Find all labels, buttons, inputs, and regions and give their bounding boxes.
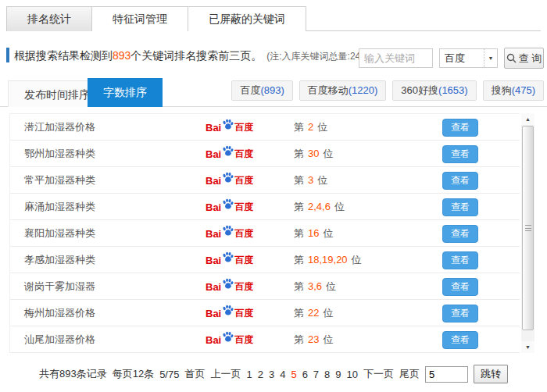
keyword-cell: 潜江加湿器价格 <box>24 114 95 141</box>
keyword-search-input[interactable] <box>359 48 433 68</box>
view-button[interactable]: 查看 <box>442 119 478 137</box>
keyword-count: 893 <box>113 49 130 62</box>
tab-blocked-keywords[interactable]: 已屏蔽的关键词 <box>188 7 306 31</box>
rank-prefix: 第 <box>294 307 304 319</box>
baidu-logo: Bai 百度 <box>206 147 253 161</box>
engine-select-value: 百度 <box>440 52 484 66</box>
summary-suffix: 个关键词排名搜索前三页。 <box>130 49 262 62</box>
rank-suffix: 位 <box>317 174 327 186</box>
baidu-logo-bai: Bai <box>206 308 221 319</box>
rank-value: 2,4,6 <box>308 201 331 212</box>
scrollbar-thumb[interactable] <box>522 126 534 330</box>
view-button[interactable]: 查看 <box>442 225 478 243</box>
scroll-down-icon[interactable]: ▼ <box>521 341 534 353</box>
baidu-logo-cn: 百度 <box>234 307 253 320</box>
page-link[interactable]: 6 <box>302 369 308 380</box>
baidu-logo: Bai 百度 <box>206 173 253 187</box>
rank-value: 2 <box>308 121 313 133</box>
baidu-paw-icon <box>222 198 234 213</box>
rank-suffix: 位 <box>326 280 336 292</box>
jump-button[interactable]: 跳转 <box>474 365 508 383</box>
table-row: 鄂州加湿器种类 Bai 百度 第30位 查看 <box>10 141 520 167</box>
first-page-link[interactable]: 首页 <box>184 367 205 381</box>
chevron-down-icon[interactable]: ▼ <box>484 49 497 67</box>
view-button[interactable]: 查看 <box>442 172 478 190</box>
view-button[interactable]: 查看 <box>442 331 478 349</box>
keyword-cell: 麻涌加湿器种类 <box>24 194 95 220</box>
rank-cell: 第30位 <box>294 141 333 167</box>
tab-rank-stats[interactable]: 排名统计 <box>7 7 92 31</box>
rank-prefix: 第 <box>294 174 304 186</box>
tab-feature-word-manage[interactable]: 特征词管理 <box>92 7 188 31</box>
rank-suffix: 位 <box>334 201 345 212</box>
baidu-logo-bai: Bai <box>206 228 221 240</box>
engine-button-count: (475) <box>512 84 535 96</box>
rank-suffix: 位 <box>317 121 327 133</box>
prev-page-link[interactable]: 上一页 <box>210 367 241 381</box>
baidu-logo-bai: Bai <box>206 122 221 134</box>
scrollbar-grip <box>525 225 531 231</box>
record-count: 共有893条记录 <box>39 367 107 381</box>
engine-button-360[interactable]: 360好搜(1653) <box>392 80 476 101</box>
page-link[interactable]: 10 <box>347 369 358 380</box>
rank-prefix: 第 <box>294 227 304 239</box>
baidu-logo-bai: Bai <box>206 175 221 187</box>
page-link[interactable]: 4 <box>280 369 285 380</box>
keyword-cell: 梅州加湿器价格 <box>24 300 95 326</box>
page-link[interactable]: 1 <box>246 369 252 380</box>
search-button-label: 查 询 <box>519 52 542 66</box>
engine-select[interactable]: 百度 ▼ <box>439 48 498 68</box>
baidu-logo: Bai 百度 <box>206 226 253 241</box>
table-row: 汕尾加湿器价格 Bai 百度 第23位 查看 <box>10 326 520 353</box>
baidu-logo: Bai 百度 <box>206 253 253 267</box>
baidu-logo-cn: 百度 <box>234 254 253 267</box>
baidu-logo-bai: Bai <box>206 148 221 160</box>
baidu-logo-cn: 百度 <box>234 333 253 347</box>
rank-suffix: 位 <box>323 333 333 345</box>
page-links: 12345678910 <box>246 369 358 380</box>
summary-text: 根据搜索结果检测到893个关键词排名搜索前三页。 (注:入库关键词总量:2436… <box>14 49 374 63</box>
page-link[interactable]: 5 <box>291 369 296 380</box>
engine-button-sogou[interactable]: 搜狗(475) <box>483 80 544 101</box>
view-button[interactable]: 查看 <box>442 251 478 269</box>
rank-suffix: 位 <box>352 254 362 265</box>
rank-cell: 第2,4,6位 <box>294 194 345 220</box>
baidu-logo: Bai 百度 <box>206 333 253 347</box>
baidu-logo-cn: 百度 <box>234 121 253 134</box>
tab-sort-by-wordcount[interactable]: 字数排序 <box>88 78 163 107</box>
scroll-up-icon[interactable]: ▲ <box>521 113 534 125</box>
baidu-logo-cn: 百度 <box>234 280 253 294</box>
rank-value: 3,6 <box>308 280 322 292</box>
rank-value: 30 <box>308 148 319 159</box>
rank-cell: 第18,19,20位 <box>294 247 362 273</box>
view-button[interactable]: 查看 <box>442 278 478 296</box>
table-row: 孝感加湿器种类 Bai 百度 第18,19,20位 查看 <box>10 247 520 273</box>
page-link[interactable]: 9 <box>335 369 341 380</box>
view-button[interactable]: 查看 <box>442 145 478 163</box>
search-button[interactable]: 查 询 <box>504 48 544 69</box>
last-page-link[interactable]: 尾页 <box>399 367 420 381</box>
page-link[interactable]: 3 <box>269 369 274 380</box>
page-link[interactable]: 2 <box>258 369 263 380</box>
accent-bar <box>6 48 9 62</box>
view-button[interactable]: 查看 <box>442 305 478 323</box>
search-icon <box>506 53 517 63</box>
view-button[interactable]: 查看 <box>442 198 478 216</box>
rank-prefix: 第 <box>294 148 304 159</box>
jump-page-input[interactable] <box>425 366 468 383</box>
baidu-paw-icon <box>222 145 234 160</box>
rank-prefix: 第 <box>294 333 304 345</box>
keyword-cell: 谢岗干雾加湿器 <box>24 273 95 300</box>
page-link[interactable]: 8 <box>324 369 330 380</box>
table-scrollbar[interactable]: ▲ ▼ <box>521 113 534 353</box>
engine-button-name: 360好搜 <box>401 84 438 96</box>
baidu-logo-bai: Bai <box>206 281 221 293</box>
engine-button-count: (1220) <box>349 84 378 96</box>
engine-button-baidu[interactable]: 百度(893) <box>231 80 292 101</box>
next-page-link[interactable]: 下一页 <box>363 367 394 381</box>
keyword-cell: 孝感加湿器种类 <box>24 247 95 273</box>
page-link[interactable]: 7 <box>313 369 319 380</box>
top-tab-group: 排名统计 特征词管理 已屏蔽的关键词 <box>6 6 306 31</box>
rank-cell: 第3,6位 <box>294 273 336 300</box>
engine-button-baidu-mobile[interactable]: 百度移动(1220) <box>299 80 387 101</box>
